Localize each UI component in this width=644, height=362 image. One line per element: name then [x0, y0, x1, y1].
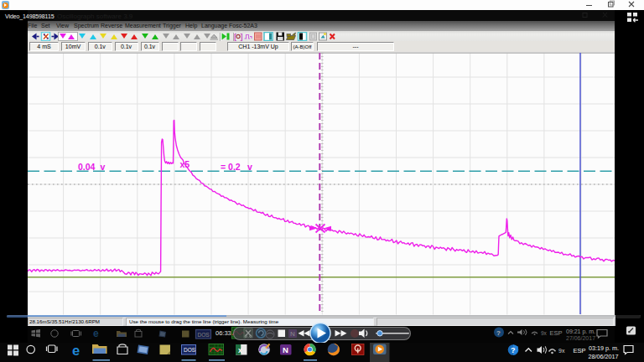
svg-text:0.04: 0.04: [78, 162, 96, 172]
svg-text:DOS: DOS: [198, 332, 210, 338]
svg-text:DOS: DOS: [184, 347, 196, 353]
svg-text:ESP: ESP: [574, 347, 586, 354]
svg-text:27/06/2017: 27/06/2017: [566, 335, 595, 341]
svg-text:06:33: 06:33: [216, 329, 231, 337]
svg-text:9x: 9x: [541, 330, 548, 336]
svg-text:ESP: ESP: [550, 329, 563, 337]
svg-text:?: ?: [496, 329, 501, 337]
svg-text:09:21 p. m.: 09:21 p. m.: [566, 328, 595, 335]
svg-text:x: x: [238, 346, 242, 354]
svg-text:28/06/2017: 28/06/2017: [589, 353, 619, 360]
svg-text:N: N: [290, 330, 295, 338]
svg-text:e: e: [93, 328, 99, 339]
svg-text:x5: x5: [180, 159, 190, 169]
svg-text:?: ?: [511, 346, 516, 354]
svg-text:v: v: [247, 162, 252, 172]
svg-text:e: e: [72, 343, 80, 358]
svg-text:v: v: [101, 162, 106, 172]
svg-text:= 0.2: = 0.2: [221, 162, 241, 172]
svg-text:9x: 9x: [558, 348, 565, 354]
svg-text:N: N: [283, 345, 288, 354]
svg-text:]: ]: [241, 32, 243, 40]
svg-text:03:19 p. m.: 03:19 p. m.: [589, 344, 619, 352]
